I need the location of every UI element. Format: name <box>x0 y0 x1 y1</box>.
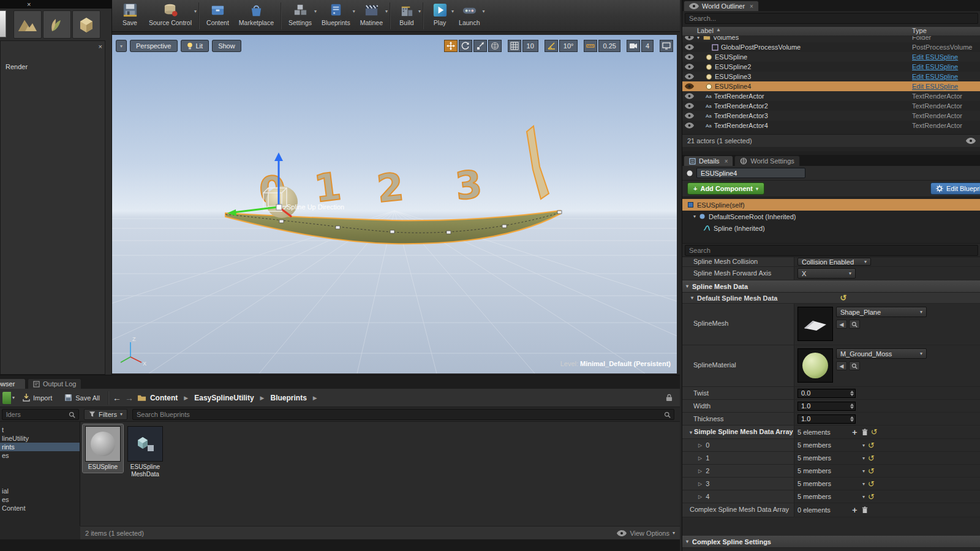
folder-tree-item[interactable]: es <box>0 451 80 460</box>
thickness-spinbox[interactable]: 1.0 <box>797 414 856 424</box>
viewport-options-button[interactable]: ▾ <box>116 40 127 52</box>
tab-output-log[interactable]: Output Log <box>28 378 81 389</box>
asset-search-input[interactable] <box>132 409 674 420</box>
actor-name-field[interactable]: ESUSpline4 <box>696 168 805 178</box>
asset-search-box[interactable] <box>132 409 674 420</box>
rotation-snap-toggle-button[interactable] <box>545 40 558 52</box>
reset-to-default-icon[interactable]: ↺ <box>868 454 875 462</box>
chevron-down-icon[interactable]: ▾ <box>482 9 484 14</box>
use-selected-asset-button[interactable]: ◀ <box>836 361 847 370</box>
outliner-row[interactable]: GlobalPostProcessVolume PostProcessVolum… <box>682 42 980 52</box>
outliner-row[interactable]: ESUSpline3 Edit ESUSpline <box>682 72 980 81</box>
element-options-icon[interactable]: ▾ <box>862 468 865 474</box>
component-row[interactable]: ▾ DefaultSceneRoot (Inherited) <box>682 211 980 222</box>
visibility-eye-icon[interactable] <box>685 54 694 60</box>
translate-tool-button[interactable] <box>444 40 458 52</box>
eye-filter-icon[interactable] <box>966 138 976 144</box>
folder-tree-item[interactable]: ial <box>0 487 80 495</box>
folder-tree-item[interactable]: t <box>0 425 80 434</box>
category-spline-mesh-data[interactable]: ▾ Spline Mesh Data <box>682 280 980 293</box>
close-icon[interactable]: × <box>99 43 102 50</box>
collision-dropdown[interactable]: Collision Enabled ▾ <box>797 258 871 266</box>
scale-snap-value[interactable]: 0.25 <box>598 40 620 52</box>
build-button[interactable]: Build ▾ <box>393 1 421 31</box>
forward-axis-dropdown[interactable]: X ▾ <box>797 268 856 279</box>
array-element-row[interactable]: ▷0 5 members▾↺ <box>682 439 980 452</box>
camera-speed-button[interactable] <box>627 40 640 52</box>
chevron-down-icon[interactable]: ▾ <box>690 430 692 435</box>
browse-to-asset-button[interactable] <box>849 320 860 329</box>
forward-arrow-icon[interactable]: → <box>125 393 134 403</box>
geometry-mode-icon[interactable] <box>72 10 100 39</box>
spline-material-thumbnail[interactable] <box>797 348 833 383</box>
spinner-arrows-icon[interactable] <box>850 403 854 409</box>
component-row-selected[interactable]: ESUSpline(self) <box>682 199 980 211</box>
scale-tool-button[interactable] <box>473 40 487 52</box>
lit-mode-button[interactable]: Lit <box>181 40 209 52</box>
outliner-row[interactable]: ESUSpline Edit ESUSpline <box>682 52 980 62</box>
array-element-row[interactable]: ▷4 5 members▾↺ <box>682 490 980 503</box>
close-icon[interactable]: × <box>725 158 728 165</box>
outliner-row[interactable]: ▾ Volumes Folder <box>682 36 980 42</box>
spline-mesh-thumbnail[interactable] <box>797 307 833 341</box>
outliner-row[interactable]: Aa TextRenderActor3 TextRenderActor <box>682 111 980 121</box>
outliner-row[interactable]: Aa TextRenderActor2 TextRenderActor <box>682 101 980 111</box>
outliner-search-input[interactable] <box>685 13 978 24</box>
show-menu-button[interactable]: Show <box>212 40 241 52</box>
array-element-row[interactable]: ▷2 5 members▾↺ <box>682 465 980 478</box>
visibility-eye-icon[interactable] <box>685 36 694 40</box>
source-control-button[interactable]: Source Control ▾ <box>144 1 197 31</box>
content-button[interactable]: Content <box>202 1 234 31</box>
chevron-down-icon[interactable]: ▾ <box>194 9 197 14</box>
level-viewport[interactable]: 0 1 2 3 Spline Up Directio <box>112 35 677 373</box>
outliner-row[interactable]: Aa TextRenderActor4 TextRenderActor <box>682 121 980 130</box>
chevron-down-icon[interactable]: ▾ <box>693 214 696 219</box>
reset-to-default-icon[interactable]: ↺ <box>868 441 875 449</box>
asset-esuspline[interactable]: ESUSpline <box>83 424 123 473</box>
visibility-eye-icon[interactable] <box>685 83 694 89</box>
component-row[interactable]: Spline (Inherited) <box>682 222 980 234</box>
settings-button[interactable]: Settings ▾ <box>284 1 317 31</box>
chevron-right-icon[interactable]: ▷ <box>698 481 702 487</box>
folder-tree-item[interactable]: Content <box>0 504 80 512</box>
save-all-button[interactable]: Save All <box>60 392 104 403</box>
folders-search-input[interactable] <box>2 409 79 420</box>
add-new-button-partial[interactable] <box>2 392 11 404</box>
tab-world-settings[interactable]: World Settings <box>734 156 799 166</box>
visibility-eye-icon[interactable] <box>685 122 694 129</box>
outliner-row-selected[interactable]: ESUSpline4 Edit ESUSpline <box>682 81 980 91</box>
perspective-button[interactable]: Perspective <box>130 40 177 52</box>
chevron-down-icon[interactable]: ▾ <box>385 9 388 14</box>
spinner-arrows-icon[interactable] <box>850 416 854 422</box>
spline-material-dropdown[interactable]: M_Ground_Moss ▾ <box>836 348 927 359</box>
breadcrumb-blueprints[interactable]: Blueprints <box>271 394 307 402</box>
folder-tree-item-selected[interactable]: rints <box>0 443 80 451</box>
close-icon[interactable]: × <box>750 3 753 10</box>
grid-snap-value[interactable]: 10 <box>522 40 538 52</box>
array-element-row[interactable]: ▷3 5 members▾↺ <box>682 478 980 490</box>
edit-blueprint-link[interactable]: Edit ESUSpline <box>912 83 958 90</box>
browse-to-asset-button[interactable] <box>849 361 860 370</box>
spinner-arrows-icon[interactable] <box>850 391 854 396</box>
chevron-right-icon[interactable]: ▷ <box>698 468 702 474</box>
visibility-eye-icon[interactable] <box>685 64 694 70</box>
maximize-viewport-button[interactable] <box>660 40 673 52</box>
details-search-input[interactable] <box>685 245 978 256</box>
width-spinbox[interactable]: 1.0 <box>797 402 856 411</box>
add-element-icon[interactable]: ＋ <box>851 427 859 438</box>
reset-to-default-icon[interactable]: ↺ <box>871 428 878 436</box>
filters-button[interactable]: Filters ▾ <box>84 409 127 420</box>
close-icon[interactable]: × <box>27 1 31 8</box>
spline-mesh-dropdown[interactable]: Shape_Plane ▾ <box>836 307 927 317</box>
landscape-mode-icon[interactable] <box>13 10 42 39</box>
reset-to-default-icon[interactable]: ↺ <box>868 480 875 488</box>
reset-to-default-icon[interactable]: ↺ <box>868 493 875 501</box>
world-local-toggle-button[interactable] <box>488 40 502 52</box>
subcategory-default-spline-mesh-data[interactable]: ▾ Default Spline Mesh Data ↺ <box>682 293 980 304</box>
outliner-row[interactable]: Aa TextRenderActor TextRenderActor <box>682 91 980 101</box>
edit-blueprint-link[interactable]: Edit ESUSpline <box>912 63 958 70</box>
rotation-snap-value[interactable]: 10° <box>559 40 578 52</box>
grid-snap-toggle-button[interactable] <box>508 40 521 52</box>
visibility-eye-icon[interactable] <box>685 113 694 119</box>
tab-content-browser[interactable]: owser <box>0 378 26 389</box>
